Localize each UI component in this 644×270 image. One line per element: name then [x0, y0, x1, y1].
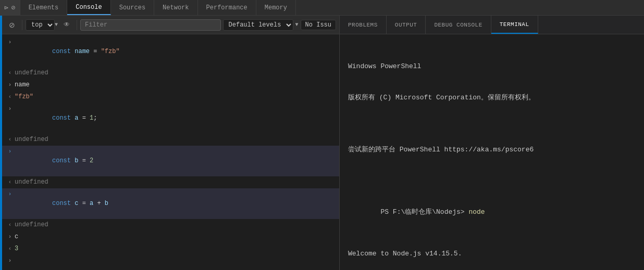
console-line: › const c = a + b: [2, 188, 339, 219]
console-line: ‹ undefined: [2, 176, 339, 188]
tab-memory[interactable]: Memory: [256, 0, 296, 15]
toolbar-separator-2: [77, 20, 77, 30]
console-toolbar: ⊘ top ▼ 👁 Default levels ▼ No Issu: [2, 16, 339, 34]
expand-icon[interactable]: ›: [6, 105, 14, 112]
tab-network[interactable]: Network: [154, 0, 197, 15]
tab-item-icons: ⊳ ⊘: [0, 0, 20, 15]
tab-performance[interactable]: Performance: [198, 0, 256, 15]
console-line: ‹ undefined: [2, 219, 339, 231]
prompt-icon[interactable]: ›: [6, 257, 14, 264]
icon-spacer: ‹: [6, 178, 14, 186]
tab-debug-console[interactable]: DEBUG CONSOLE: [426, 16, 491, 34]
toolbar-separator-1: [22, 20, 22, 30]
arrow-icon[interactable]: ⊳: [4, 4, 8, 12]
chevron-down-icon: ▼: [55, 22, 58, 28]
console-line: › const a = 1;: [2, 103, 339, 134]
console-input[interactable]: [52, 266, 261, 270]
icon-spacer: ‹: [6, 136, 14, 143]
eye-icon[interactable]: 👁: [60, 18, 73, 32]
console-line: ‹ "fzb": [2, 91, 339, 103]
console-line: ‹ undefined: [2, 67, 339, 79]
console-prompt-line: ›: [2, 255, 339, 270]
terminal-prompt-text: PS F:\临时仓库\Nodejs>: [380, 208, 468, 216]
expand-icon[interactable]: ›: [6, 233, 14, 240]
terminal-cmd: node: [468, 208, 485, 216]
console-line: ‹ 3: [2, 243, 339, 255]
tab-terminal[interactable]: TERMINAL: [491, 16, 538, 34]
terminal-line: Windows PowerShell: [348, 61, 636, 72]
console-output-area: › const name = "fzb" ‹ undefined › name …: [2, 34, 339, 270]
expand-icon[interactable]: ›: [6, 148, 14, 155]
vscode-panel: PROBLEMS OUTPUT DEBUG CONSOLE TERMINAL W…: [340, 16, 644, 270]
console-line: ‹ undefined: [2, 134, 339, 146]
icon-spacer: ‹: [6, 93, 14, 100]
context-selector[interactable]: top: [26, 19, 55, 31]
terminal-line: 尝试新的跨平台 PowerShell https://aka.ms/pscore…: [348, 145, 636, 155]
terminal-line: 版权所有 (C) Microsoft Corporation。保留所有权利。: [348, 93, 636, 103]
console-line: › const name = "fzb": [2, 36, 339, 67]
levels-chevron-icon: ▼: [295, 22, 299, 28]
console-line: › const b = 2: [2, 146, 339, 176]
devtools-tab-bar: ⊳ ⊘ Elements Console Sources Network Per…: [0, 0, 644, 16]
terminal-output: Windows PowerShell 版权所有 (C) Microsoft Co…: [340, 34, 644, 270]
devtools-console-panel: ⊘ top ▼ 👁 Default levels ▼ No Issu › con…: [2, 16, 340, 270]
expand-icon[interactable]: ›: [6, 190, 14, 198]
levels-selector[interactable]: Default levels: [223, 19, 293, 31]
icon-spacer: ‹: [6, 221, 14, 228]
expand-icon[interactable]: ›: [6, 81, 14, 88]
main-layout: ⊘ top ▼ 👁 Default levels ▼ No Issu › con…: [0, 16, 644, 270]
clear-console-button[interactable]: ⊘: [5, 18, 19, 32]
tab-elements[interactable]: Elements: [20, 0, 68, 15]
filter-input[interactable]: [80, 19, 221, 31]
terminal-prompt-line: PS F:\临时仓库\Nodejs> node: [348, 197, 636, 228]
expand-icon[interactable]: ›: [6, 38, 14, 46]
tab-sources[interactable]: Sources: [111, 0, 154, 15]
console-line: › c: [2, 231, 339, 243]
collapse-icon: ‹: [6, 69, 14, 76]
tab-output[interactable]: OUTPUT: [387, 16, 426, 34]
no-issues-button[interactable]: No Issu: [301, 20, 336, 30]
vscode-tab-bar: PROBLEMS OUTPUT DEBUG CONSOLE TERMINAL: [340, 16, 644, 34]
no-entry-icon[interactable]: ⊘: [11, 4, 16, 12]
icon-spacer: ‹: [6, 245, 14, 252]
console-line: › name: [2, 79, 339, 91]
terminal-line: Welcome to Node.js v14.15.5.: [348, 249, 636, 259]
tab-problems[interactable]: PROBLEMS: [340, 16, 387, 34]
tab-console[interactable]: Console: [67, 0, 110, 15]
